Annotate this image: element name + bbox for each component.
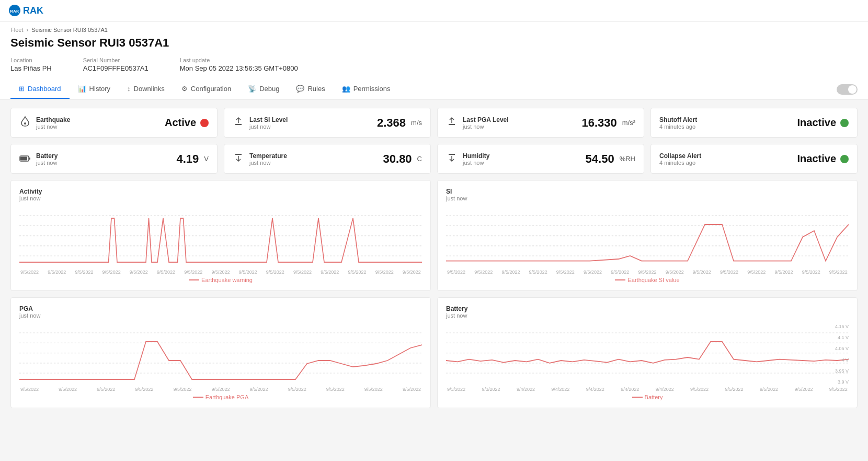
permissions-icon: 👥 — [342, 85, 350, 93]
battery-x-labels: 9/3/20229/3/20229/4/20229/4/20229/4/2022… — [446, 387, 849, 392]
tab-downlinks[interactable]: ↕ Downlinks — [119, 80, 173, 99]
card-battery: Battery just now 4.19 V — [10, 144, 218, 174]
page-header: Fleet › Seismic Sensor RUI3 0537A1 Seism… — [0, 21, 868, 99]
card-shutoff-info: Shutoff Alert 4 minutes ago — [659, 116, 697, 130]
card-battery-info: Battery just now — [36, 152, 58, 166]
svg-rect-9 — [449, 154, 455, 155]
card-humidity-left: Humidity just now — [446, 152, 489, 166]
logo: RAK RAK — [8, 4, 43, 17]
activity-x-labels: 9/5/20229/5/20229/5/20229/5/20229/5/2022… — [19, 269, 422, 275]
battery-chart-title: Battery — [446, 305, 849, 312]
serial-value: AC1F09FFFE0537A1 — [83, 64, 149, 72]
earthquake-value: Active — [165, 117, 196, 129]
battery-chart-subtitle: just now — [446, 312, 849, 319]
meta-last-update: Last update Mon Sep 05 2022 13:56:35 GMT… — [180, 57, 298, 72]
card-si-left: Last SI Level just now — [233, 116, 288, 130]
pga-label: Last PGA Level — [463, 116, 509, 123]
card-temperature: Temperature just now 30.80 C — [224, 144, 431, 174]
last-update-value: Mon Sep 05 2022 13:56:35 GMT+0800 — [180, 64, 298, 72]
card-si-level: Last SI Level just now 2.368 m/s — [224, 108, 431, 138]
earthquake-icon — [19, 116, 31, 130]
pga-chart-area — [19, 323, 422, 386]
battery-y-labels: 4.15 V 4.1 V 4.05 V 4 V 3.95 V 3.9 V — [835, 323, 849, 386]
collapse-label: Collapse Alert — [659, 152, 701, 160]
nav-tabs: ⊞ Dashboard 📊 History ↕ Downlinks ⚙ Conf… — [10, 80, 858, 99]
si-icon — [233, 116, 244, 130]
battery-legend-label: Battery — [645, 394, 663, 400]
tab-rules[interactable]: 💬 Rules — [288, 80, 333, 99]
card-earthquake: Earthquake just now Active — [10, 108, 218, 138]
pga-chart-subtitle: just now — [19, 312, 422, 319]
card-temperature-info: Temperature just now — [249, 152, 287, 166]
card-earthquake-info: Earthquake just now — [36, 116, 70, 130]
battery-legend-line — [632, 397, 643, 398]
earthquake-status-dot — [200, 119, 209, 127]
svg-rect-7 — [20, 157, 27, 161]
rak-logo-icon: RAK — [8, 4, 21, 17]
pga-value: 16.330 — [581, 116, 616, 130]
card-earthquake-right: Active — [165, 117, 209, 129]
tab-dashboard[interactable]: ⊞ Dashboard — [10, 80, 70, 99]
temperature-label: Temperature — [249, 152, 287, 160]
card-collapse-left: Collapse Alert 4 minutes ago — [659, 152, 701, 166]
shutoff-value: Inactive — [797, 117, 836, 129]
card-shutoff: Shutoff Alert 4 minutes ago Inactive — [650, 108, 858, 138]
pga-time: just now — [463, 123, 509, 130]
location-label: Location — [10, 57, 52, 63]
card-collapse-right: Inactive — [797, 153, 849, 165]
serial-label: Serial Number — [83, 57, 149, 63]
debug-icon: 📡 — [248, 85, 256, 93]
tab-configuration-label: Configuration — [191, 85, 231, 93]
si-subtitle: just now — [446, 195, 849, 201]
battery-time: just now — [36, 160, 58, 166]
charts-row-2: PGA just now 9/5/20229/5/20229/5/20229/5… — [10, 297, 858, 408]
tab-permissions[interactable]: 👥 Permissions — [334, 80, 399, 99]
pga-chart-title: PGA — [19, 305, 422, 312]
card-humidity-right: 54.50 %RH — [586, 152, 635, 166]
downlinks-icon: ↕ — [127, 85, 131, 93]
tab-dashboard-label: Dashboard — [28, 85, 61, 93]
card-earthquake-left: Earthquake just now — [19, 116, 70, 130]
card-collapse-info: Collapse Alert 4 minutes ago — [659, 152, 701, 166]
card-temperature-right: 30.80 C — [383, 152, 422, 166]
tab-debug[interactable]: 📡 Debug — [239, 80, 288, 99]
card-temperature-left: Temperature just now — [233, 152, 287, 166]
card-collapse: Collapse Alert 4 minutes ago Inactive — [650, 144, 858, 174]
pga-legend-label: Earthquake PGA — [205, 394, 249, 400]
activity-legend-line — [189, 279, 199, 280]
card-shutoff-left: Shutoff Alert 4 minutes ago — [659, 116, 697, 130]
chart-pga: PGA just now 9/5/20229/5/20229/5/20229/5… — [10, 297, 431, 408]
collapse-time: 4 minutes ago — [659, 160, 701, 166]
svg-text:RAK: RAK — [10, 9, 19, 14]
humidity-time: just now — [463, 160, 489, 166]
breadcrumb-parent[interactable]: Fleet — [10, 27, 23, 33]
battery-value: 4.19 — [177, 152, 199, 166]
tab-configuration[interactable]: ⚙ Configuration — [173, 80, 239, 99]
card-pga-info: Last PGA Level just now — [463, 116, 509, 130]
last-update-label: Last update — [180, 57, 298, 63]
tab-downlinks-label: Downlinks — [134, 85, 165, 93]
tab-history[interactable]: 📊 History — [70, 80, 119, 99]
activity-legend: Earthquake warning — [19, 277, 422, 283]
si-chart-area — [446, 206, 849, 268]
pga-legend: Earthquake PGA — [19, 394, 422, 400]
svg-rect-8 — [235, 154, 242, 155]
tab-debug-label: Debug — [259, 85, 279, 93]
activity-chart-area — [19, 206, 422, 268]
activity-legend-label: Earthquake warning — [201, 277, 253, 283]
svg-point-2 — [24, 122, 26, 125]
si-legend-label: Earthquake SI value — [627, 277, 679, 283]
card-si-info: Last SI Level just now — [249, 116, 288, 130]
breadcrumb-current: Seismic Sensor RUI3 0537A1 — [31, 27, 108, 33]
collapse-value: Inactive — [797, 153, 836, 165]
pga-unit: m/s² — [622, 119, 635, 127]
logo-text: RAK — [23, 5, 43, 16]
svg-rect-4 — [449, 124, 455, 125]
battery-unit: V — [204, 155, 209, 163]
shutoff-time: 4 minutes ago — [659, 123, 697, 130]
chart-activity: Activity just now 9/5/20229/5/20229/5/20… — [10, 180, 431, 291]
card-battery-left: Battery just now — [19, 152, 58, 166]
main-content: Earthquake just now Active Last SI Level… — [0, 99, 868, 423]
top-bar: RAK RAK — [0, 0, 868, 21]
live-toggle[interactable] — [837, 84, 858, 95]
